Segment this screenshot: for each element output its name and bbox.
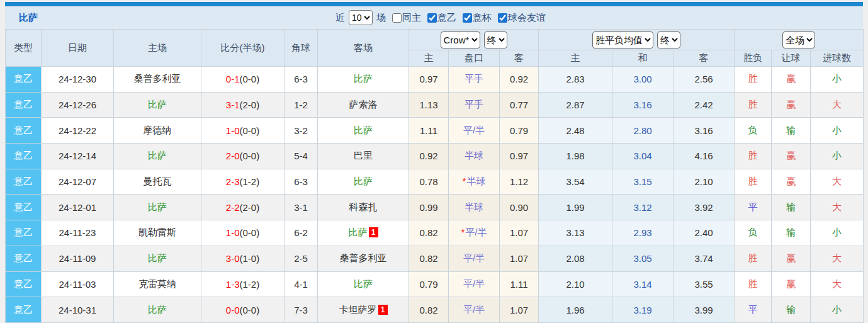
league-cell[interactable]: 意乙 (6, 92, 42, 118)
filter-same-home[interactable]: 同主 (388, 12, 421, 24)
league-cell[interactable]: 意乙 (6, 271, 42, 297)
home-team-cell: 比萨 (114, 92, 201, 118)
subheader-avg-draw: 和 (612, 50, 674, 67)
fulltime-score: 2-2 (226, 202, 240, 213)
avg-draw-cell: 2.80 (612, 118, 674, 144)
handicap-result-cell: 输 (772, 297, 811, 323)
avg-home-cell: 2.83 (539, 67, 612, 93)
changed-handicap-star: * (463, 176, 466, 186)
odds-home-cell: 0.82 (409, 246, 449, 271)
handicap-result-cell: 赢 (772, 246, 811, 271)
score-cell: 2-0(0-0) (201, 144, 285, 169)
fulltime-score: 1-3 (226, 279, 240, 290)
filter-club-friendly[interactable]: 球会友谊 (494, 12, 546, 24)
date-cell: 24-12-14 (42, 144, 114, 169)
subheader-avg-home: 主 (539, 50, 612, 67)
fulltime-select[interactable]: 全场 (782, 31, 815, 48)
fulltime-score: 2-0 (226, 150, 240, 161)
avg-away-cell: 4.16 (674, 144, 735, 169)
league-cell[interactable]: 意乙 (6, 118, 42, 144)
fulltime-score: 1-0 (226, 227, 240, 238)
league-cell[interactable]: 意乙 (6, 220, 42, 246)
goals-cell: 小 (811, 144, 864, 169)
odds-away-cell: 1.12 (500, 169, 539, 195)
recent-count-select[interactable]: 10 (349, 10, 373, 25)
club-friendly-label: 球会友谊 (508, 12, 546, 24)
result-cell: 负 (735, 220, 772, 246)
avg-away-cell: 2.10 (674, 169, 735, 195)
odds-home-cell: 1.11 (409, 118, 449, 144)
avg-time-select[interactable]: 终 (657, 31, 680, 48)
league-cell[interactable]: 意乙 (6, 195, 42, 220)
italy-cup-label: 意杯 (473, 12, 492, 24)
goals-cell: 大 (811, 246, 864, 271)
header-type: 类型 (6, 30, 42, 67)
handicap-text: 半球 (465, 150, 483, 161)
handicap-text: 半球 (466, 176, 485, 186)
filter-italy-cup[interactable]: 意杯 (459, 12, 492, 24)
table-row: 意乙 24-12-22 摩德纳 1-0(0-0) 3-2 比萨 1.11 平/半… (6, 118, 864, 144)
table-row: 意乙 24-11-23 凯勒雷斯 1-0(0-0) 6-2 比萨1 0.82 *… (6, 220, 864, 246)
halftime-score: (0-0) (240, 227, 260, 238)
avg-draw-cell: 3.04 (612, 144, 674, 169)
result-cell: 胜 (735, 144, 772, 169)
club-friendly-checkbox[interactable] (498, 13, 507, 23)
odds-time-select[interactable]: 终 (484, 31, 507, 48)
odds-home-cell: 0.97 (409, 67, 449, 93)
odds-company-select[interactable]: Crow* (441, 31, 480, 48)
away-team-cell: 卡坦萨罗1 (318, 297, 409, 323)
handicap-result-cell: 输 (772, 118, 811, 144)
result-cell: 胜 (735, 67, 772, 93)
home-team-cell: 比萨 (114, 195, 201, 220)
filter-serie-b[interactable]: 意乙 (424, 12, 456, 24)
league-cell[interactable]: 意乙 (6, 144, 42, 169)
handicap-cell: *平/半 (449, 220, 500, 246)
changed-handicap-star: * (461, 227, 465, 237)
table-row: 意乙 24-12-26 比萨 3-1(2-0) 1-2 萨索洛 1.13 平手 … (6, 92, 864, 118)
league-cell[interactable]: 意乙 (6, 297, 42, 323)
away-team-cell: 桑普多利亚 (318, 246, 409, 271)
league-cell[interactable]: 意乙 (6, 246, 42, 271)
handicap-result-cell: 输 (772, 195, 811, 220)
avg-away-cell: 2.42 (674, 92, 735, 118)
serie-b-label: 意乙 (437, 12, 456, 24)
filter-controls: 近 10 场 同主 意乙 意杯 球会友谊 (335, 6, 546, 29)
away-team-cell: 比萨 (318, 67, 409, 93)
odds-away-cell: 1.07 (500, 246, 539, 271)
header-date: 日期 (42, 30, 114, 67)
score-cell: 1-0(0-0) (201, 118, 285, 144)
halftime-score: (0-0) (240, 305, 260, 315)
serie-b-checkbox[interactable] (427, 13, 437, 23)
league-cell[interactable]: 意乙 (6, 67, 42, 93)
goals-cell: 大 (811, 271, 864, 297)
avg-home-cell: 3.54 (539, 169, 612, 195)
result-cell: 平 (735, 297, 772, 323)
avg-away-cell: 3.16 (674, 118, 735, 144)
odds-away-cell: 1.07 (500, 220, 539, 246)
handicap-cell: 半球 (449, 195, 500, 220)
handicap-text: 平/半 (463, 278, 485, 289)
corner-cell: 6-3 (285, 67, 318, 93)
date-cell: 24-11-23 (42, 220, 114, 246)
subheader-odds-home: 主 (409, 50, 449, 67)
home-team-cell: 克雷莫纳 (114, 271, 201, 297)
goals-cell: 大 (811, 169, 864, 195)
handicap-text: 平/半 (465, 227, 487, 237)
same-home-checkbox[interactable] (392, 13, 402, 23)
subheader-handicap: 盘口 (449, 50, 500, 67)
odds-away-cell: 1.07 (500, 297, 539, 323)
same-home-label: 同主 (402, 12, 421, 24)
league-cell[interactable]: 意乙 (6, 169, 42, 195)
avg-away-cell: 3.74 (674, 246, 735, 271)
away-team-cell: 比萨 (318, 118, 409, 144)
corner-cell: 2-5 (285, 246, 318, 271)
goals-cell: 大 (811, 195, 864, 220)
score-cell: 2-2(2-0) (201, 195, 285, 220)
avg-type-select[interactable]: 胜平负均值 (592, 31, 653, 48)
table-body: 意乙 24-12-30 桑普多利亚 0-1(0-0) 6-3 比萨 0.97 平… (6, 67, 864, 323)
away-team-cell: 比萨 (318, 271, 409, 297)
top-accent-strip (5, 2, 863, 6)
halftime-score: (2-0) (240, 202, 260, 213)
halftime-score: (0-0) (240, 74, 260, 84)
italy-cup-checkbox[interactable] (463, 13, 472, 23)
